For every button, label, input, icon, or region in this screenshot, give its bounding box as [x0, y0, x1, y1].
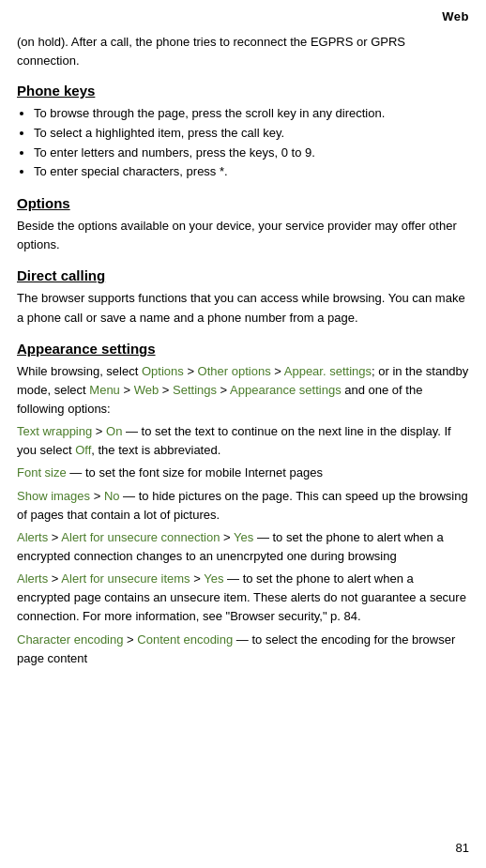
header-title: Web: [442, 9, 469, 23]
other-options-link: Other options: [198, 364, 271, 378]
alert-unsecure-items-link: Alert for unsecure items: [61, 571, 190, 586]
font-size-link: Font size: [17, 465, 67, 480]
content-encoding-link: Content encoding: [137, 632, 233, 647]
direct-calling-body: The browser supports functions that you …: [17, 289, 469, 327]
list-item: To select a highlighted item, press the …: [34, 124, 469, 144]
font-size-item: Font size — to set the font size for mob…: [17, 464, 469, 482]
on-link: On: [106, 424, 122, 438]
alerts-unsecure-connection-item: Alerts > Alert for unsecure connection >…: [17, 528, 469, 566]
off-link: Off: [75, 443, 91, 457]
intro-paragraph: (on hold). After a call, the phone tries…: [17, 33, 469, 69]
web-link: Web: [134, 383, 159, 397]
show-images-link: Show images: [17, 489, 90, 503]
show-images-item: Show images > No — to hide pictures on t…: [17, 487, 469, 525]
character-encoding-item: Character encoding > Content encoding — …: [17, 631, 469, 668]
options-link: Options: [142, 364, 184, 378]
appearance-settings-section: Appearance settings While browsing, sele…: [17, 341, 469, 668]
appear-settings-link: Appear. settings: [284, 364, 372, 378]
page-header: Web: [17, 9, 469, 23]
phone-keys-list: To browse through the page, press the sc…: [34, 104, 469, 182]
yes-link-2: Yes: [204, 571, 223, 586]
alerts-link-2: Alerts: [17, 571, 48, 586]
options-title: Options: [17, 195, 469, 211]
appearance-intro: While browsing, select Options > Other o…: [17, 362, 469, 419]
appearance-settings-link: Appearance settings: [230, 383, 342, 397]
options-section: Options Beside the options available on …: [17, 195, 469, 254]
phone-keys-section: Phone keys To browse through the page, p…: [17, 83, 469, 182]
options-body: Beside the options available on your dev…: [17, 217, 469, 254]
character-encoding-link: Character encoding: [17, 632, 123, 647]
list-item: To browse through the page, press the sc…: [34, 104, 469, 124]
phone-keys-title: Phone keys: [17, 83, 469, 99]
text-wrapping-item: Text wrapping > On — to set the text to …: [17, 422, 469, 460]
text-wrapping-link: Text wrapping: [17, 424, 92, 438]
menu-link: Menu: [89, 383, 120, 397]
alert-unsecure-connection-link: Alert for unsecure connection: [61, 530, 220, 544]
direct-calling-section: Direct calling The browser supports func…: [17, 267, 469, 327]
list-item: To enter letters and numbers, press the …: [34, 144, 469, 163]
direct-calling-title: Direct calling: [17, 267, 469, 283]
yes-link-1: Yes: [234, 530, 253, 544]
alerts-unsecure-items-item: Alerts > Alert for unsecure items > Yes …: [17, 570, 469, 626]
alerts-link-1: Alerts: [17, 530, 48, 544]
appearance-settings-title: Appearance settings: [17, 341, 469, 357]
page-number: 81: [456, 841, 469, 855]
settings-link: Settings: [173, 383, 217, 397]
list-item: To enter special characters, press *.: [34, 162, 469, 182]
no-link: No: [104, 489, 120, 503]
